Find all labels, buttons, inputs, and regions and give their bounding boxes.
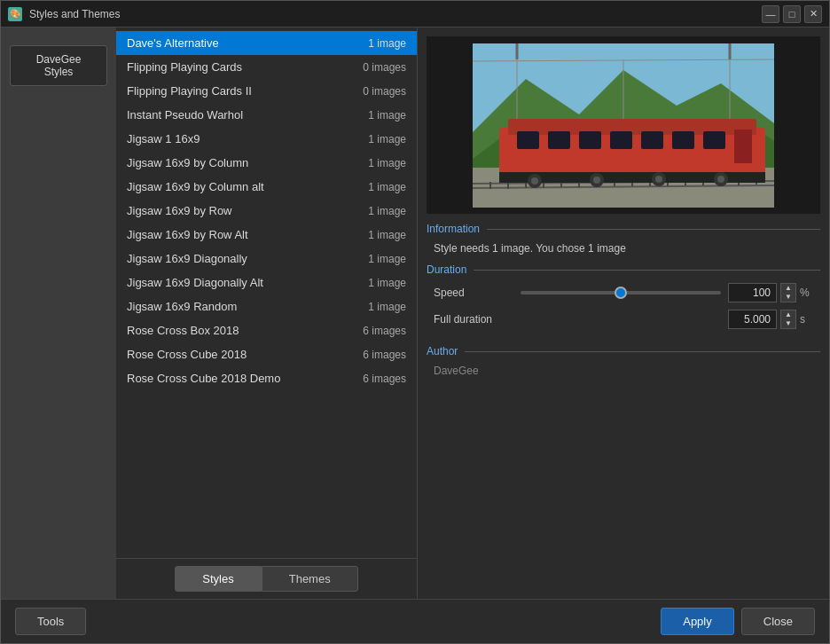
- list-item-count: 1 image: [368, 181, 406, 193]
- list-item[interactable]: Flipping Playing Cards0 images: [116, 55, 417, 79]
- list-item[interactable]: Instant Pseudo Warhol1 image: [116, 103, 417, 127]
- svg-rect-24: [517, 131, 539, 149]
- tab-bar: Styles Themes: [116, 558, 417, 599]
- duration-header: Duration: [427, 263, 820, 276]
- information-section: Information Style needs 1 image. You cho…: [427, 223, 820, 255]
- maximize-button[interactable]: □: [783, 5, 801, 23]
- speed-row: Speed ▲ ▼ %: [434, 283, 813, 302]
- author-name: DaveGee: [427, 365, 820, 377]
- main-content: DaveGee Styles Dave's Alternative1 image…: [1, 27, 829, 599]
- information-label: Information: [427, 223, 480, 235]
- list-item-name: Flipping Playing Cards: [127, 60, 354, 74]
- speed-unit: %: [800, 287, 813, 299]
- list-item-name: Jigsaw 1 16x9: [127, 132, 359, 145]
- information-divider: [487, 229, 820, 230]
- list-item-count: 0 images: [363, 61, 406, 74]
- list-item[interactable]: Jigsaw 16x9 by Column alt1 image: [116, 175, 417, 199]
- list-item[interactable]: Jigsaw 16x9 by Row Alt1 image: [116, 223, 417, 247]
- author-divider: [465, 351, 820, 352]
- information-message: Style needs 1 image. You chose 1 image: [427, 242, 820, 255]
- svg-rect-26: [579, 131, 601, 149]
- list-item[interactable]: Jigsaw 16x9 Random1 image: [116, 295, 417, 318]
- full-duration-input-group: ▲ ▼ s: [728, 310, 813, 329]
- list-item[interactable]: Rose Cross Box 20186 images: [116, 318, 417, 342]
- speed-increment-button[interactable]: ▲: [781, 284, 795, 293]
- full-duration-input[interactable]: [728, 310, 777, 329]
- duration-content: Speed ▲ ▼ %: [427, 283, 820, 329]
- list-item-name: Jigsaw 16x9 by Column: [127, 156, 359, 169]
- speed-input[interactable]: [728, 283, 777, 302]
- list-item[interactable]: Rose Cross Cube 2018 Demo6 images: [116, 366, 417, 390]
- list-item-count: 1 image: [368, 301, 406, 313]
- list-item-name: Jigsaw 16x9 Diagonally: [127, 252, 359, 265]
- svg-rect-27: [610, 131, 632, 149]
- sidebar: DaveGee Styles: [1, 27, 116, 599]
- list-item[interactable]: Flipping Playing Cards II0 images: [116, 79, 417, 103]
- full-duration-decrement-button[interactable]: ▼: [781, 319, 795, 328]
- list-item-count: 1 image: [368, 37, 406, 50]
- list-item-name: Dave's Alternative: [127, 36, 359, 50]
- close-button[interactable]: Close: [741, 608, 815, 635]
- full-duration-increment-button[interactable]: ▲: [781, 310, 795, 319]
- speed-input-group: ▲ ▼ %: [728, 283, 813, 302]
- svg-point-40: [717, 176, 724, 183]
- styles-panel: Dave's Alternative1 imageFlipping Playin…: [116, 27, 418, 599]
- duration-section: Duration Speed ▲ ▼: [427, 263, 820, 336]
- list-item-name: Rose Cross Box 2018: [127, 324, 354, 337]
- tab-styles[interactable]: Styles: [175, 566, 261, 592]
- bottom-bar: Tools Apply Close: [1, 599, 829, 643]
- list-item-count: 1 image: [368, 229, 406, 241]
- app-icon: 🎨: [8, 7, 22, 21]
- author-section: Author DaveGee: [427, 345, 820, 377]
- minimize-button[interactable]: —: [762, 5, 779, 23]
- speed-label: Speed: [434, 287, 513, 299]
- list-item-count: 0 images: [363, 85, 406, 98]
- list-item-name: Instant Pseudo Warhol: [127, 108, 359, 122]
- speed-slider[interactable]: [521, 291, 721, 295]
- list-item-count: 1 image: [368, 277, 406, 289]
- title-bar: 🎨 Styles and Themes — □ ✕: [1, 1, 829, 27]
- full-duration-row: Full duration ▲ ▼ s: [434, 310, 813, 329]
- svg-rect-31: [734, 130, 752, 163]
- full-duration-label: Full duration: [434, 313, 513, 326]
- svg-point-36: [593, 177, 600, 184]
- list-item[interactable]: Jigsaw 16x9 by Column1 image: [116, 151, 417, 175]
- list-item-count: 6 images: [363, 373, 406, 385]
- svg-point-38: [655, 176, 662, 183]
- list-item-name: Rose Cross Cube 2018: [127, 348, 354, 361]
- list-item[interactable]: Jigsaw 16x9 Diagonally1 image: [116, 247, 417, 271]
- list-item[interactable]: Jigsaw 16x9 Diagonally Alt1 image: [116, 271, 417, 295]
- information-header: Information: [427, 223, 820, 235]
- preview-area: [427, 36, 820, 214]
- davegee-styles-button[interactable]: DaveGee Styles: [10, 45, 107, 86]
- list-item-name: Jigsaw 16x9 by Column alt: [127, 180, 359, 193]
- speed-spinner: ▲ ▼: [780, 283, 796, 302]
- svg-rect-25: [548, 131, 570, 149]
- list-item-name: Jigsaw 16x9 by Row Alt: [127, 228, 359, 241]
- apply-button[interactable]: Apply: [661, 608, 734, 635]
- list-item[interactable]: Jigsaw 16x9 by Row1 image: [116, 199, 417, 223]
- svg-point-34: [531, 177, 538, 185]
- author-header: Author: [427, 345, 820, 357]
- close-window-button[interactable]: ✕: [804, 5, 822, 23]
- tab-themes[interactable]: Themes: [262, 566, 358, 592]
- speed-slider-container: [521, 291, 721, 295]
- list-item-count: 6 images: [363, 325, 406, 337]
- list-item-name: Jigsaw 16x9 by Row: [127, 204, 359, 217]
- svg-rect-28: [641, 131, 663, 149]
- styles-list[interactable]: Dave's Alternative1 imageFlipping Playin…: [116, 27, 417, 558]
- list-item-count: 1 image: [368, 133, 406, 145]
- list-item-count: 6 images: [363, 349, 406, 361]
- tools-button[interactable]: Tools: [15, 608, 86, 635]
- duration-label: Duration: [427, 263, 466, 276]
- list-item-name: Jigsaw 16x9 Random: [127, 300, 359, 313]
- list-item-count: 1 image: [368, 157, 406, 169]
- list-item[interactable]: Jigsaw 1 16x91 image: [116, 127, 417, 151]
- list-item[interactable]: Rose Cross Cube 20186 images: [116, 342, 417, 366]
- title-bar-buttons: — □ ✕: [762, 5, 822, 23]
- full-duration-unit: s: [800, 313, 813, 326]
- speed-decrement-button[interactable]: ▼: [781, 293, 795, 302]
- full-duration-spinner: ▲ ▼: [780, 310, 796, 329]
- list-item[interactable]: Dave's Alternative1 image: [116, 31, 417, 55]
- svg-rect-29: [672, 131, 694, 149]
